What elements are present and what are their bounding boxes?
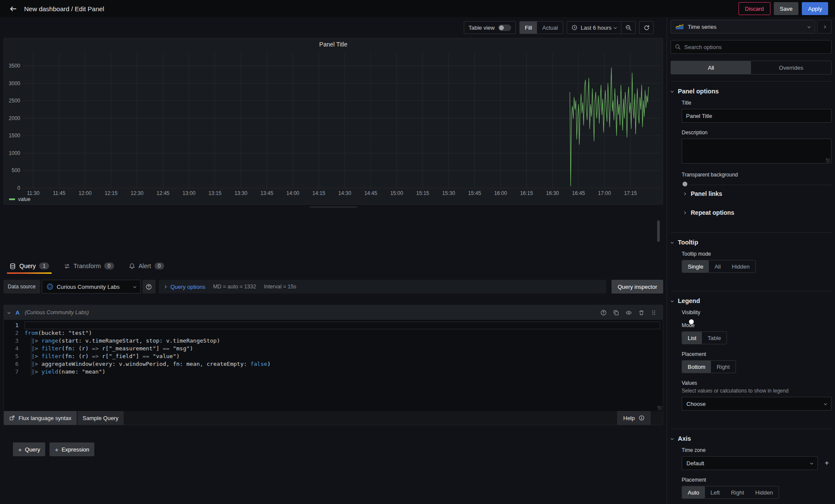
options-search-input[interactable] [684,44,827,50]
time-range-button[interactable]: Last 6 hours [567,22,621,34]
panel-options-header[interactable]: Panel options [670,87,832,96]
chevron-down-icon [614,26,617,29]
code-line-7[interactable]: 7 |> yield(name: "mean") [4,368,663,376]
main-scrollbar[interactable] [657,220,660,242]
options-filter-tabs-option-overrides[interactable]: Overrides [751,61,831,74]
tooltip-mode-group-option-single[interactable]: Single [682,260,709,272]
panel-title-input[interactable] [682,109,832,123]
svg-text:12:30: 12:30 [130,190,143,196]
code-line-5[interactable]: 5 |> filter(fn: (r) => r["_field"] == "v… [4,352,663,360]
editor-resize-handle[interactable] [658,406,662,410]
legend-placement-group-option-bottom[interactable]: Bottom [682,361,711,373]
code-line-2[interactable]: 2from(bucket: "test") [4,329,663,337]
table-view-switch[interactable] [498,25,511,31]
drag-handle-icon[interactable] [651,309,657,316]
chevron-down-icon [670,241,674,244]
legend-label: value [18,196,31,202]
tooltip-mode-group-option-all[interactable]: All [709,260,726,272]
options-search[interactable] [670,40,832,54]
discard-button[interactable]: Discard [739,2,770,15]
add-query-button[interactable]: + Query [13,442,45,456]
legend-placement-group: BottomRight [682,360,736,373]
legend-mode-label: Mode [682,322,832,328]
query-inspector-button[interactable]: Query inspector [612,280,663,294]
splitter-grip[interactable] [310,207,357,207]
query-options-toggle[interactable]: Query options [171,284,205,290]
panel-links-row[interactable]: Panel links [682,185,832,202]
refresh-button[interactable] [639,22,653,34]
legend-header[interactable]: Legend [670,297,832,305]
tab-alert[interactable]: Alert0 [126,260,167,274]
axis-header[interactable]: Axis [670,434,832,443]
save-button[interactable]: Save [774,2,799,15]
tooltip-header[interactable]: Tooltip [670,238,832,247]
query-editor-header[interactable]: A (Curious Community Labs) [4,305,663,320]
legend-mode-group-option-table[interactable]: Table [702,332,726,344]
sample-query-button[interactable]: Sample Query [78,411,124,425]
timezone-select[interactable]: Default [682,456,818,470]
svg-text:2000: 2000 [9,115,20,121]
interval-text: Interval = 15s [264,284,296,290]
svg-text:16:45: 16:45 [572,190,585,196]
query-help-button[interactable] [600,309,607,316]
apply-button[interactable]: Apply [802,2,828,15]
code-line-4[interactable]: 4 |> filter(fn: (r) => r["_measurement"]… [4,345,663,352]
datasource-help-button[interactable] [143,280,155,294]
legend-placement-label: Placement [682,351,832,357]
duplicate-query-button[interactable] [613,309,619,316]
legend-values-select[interactable]: Choose [682,397,832,411]
display-mode-group-option-fill[interactable]: Fill [520,22,537,34]
tab-query[interactable]: Query1 [7,260,52,274]
legend-placement-group-option-right[interactable]: Right [711,361,735,373]
textarea-resize-handle[interactable] [826,158,830,163]
chevron-down-icon [133,285,136,288]
hide-query-button[interactable] [625,309,632,316]
panel-links-label: Panel links [691,190,722,197]
svg-text:500: 500 [12,167,20,173]
svg-text:16:00: 16:00 [494,190,507,196]
legend-mode-group: ListTable [682,331,727,344]
legend-swatch [9,198,15,200]
svg-text:15:15: 15:15 [416,190,429,196]
timezone-value: Default [686,460,811,467]
visualization-picker[interactable]: Time series [670,20,815,34]
code-line-3[interactable]: 3 |> range(start: v.timeRangeStart, stop… [4,337,663,345]
back-button[interactable] [7,3,19,15]
axis-placement-group-option-auto[interactable]: Auto [682,486,705,498]
axis-placement-group-option-right[interactable]: Right [725,486,749,498]
flux-syntax-button[interactable]: Flux language syntax [4,411,77,425]
display-mode-group-option-actual[interactable]: Actual [537,22,563,34]
repeat-options-row[interactable]: Repeat options [682,204,832,221]
delete-query-button[interactable] [638,309,645,316]
flux-code-editor[interactable]: 12from(bucket: "test")3 |> range(start: … [4,320,663,411]
legend-mode-group-option-list[interactable]: List [682,332,702,344]
axis-placement-group-option-left[interactable]: Left [705,486,726,498]
editor-tabs: Query1Transform0Alert0 [3,260,663,274]
repeat-options-label: Repeat options [691,209,734,216]
legend-entry-value[interactable]: value [9,196,31,202]
panel-description-input[interactable] [682,139,832,164]
add-expression-button[interactable]: + Expression [50,442,94,456]
query-options-bar[interactable]: Query options MD = auto = 1332 Interval … [159,280,607,294]
svg-text:15:00: 15:00 [390,190,403,196]
time-series-panel[interactable]: Panel Title 0500100015002000250030003500… [3,38,663,205]
axis-placement-group-option-hidden[interactable]: Hidden [750,486,779,498]
collapse-query-icon[interactable] [7,311,10,314]
plus-icon: + [55,446,59,453]
query-header-actions [600,309,657,316]
add-timezone-button[interactable]: + [822,458,832,468]
tab-transform[interactable]: Transform0 [61,260,117,274]
code-line-6[interactable]: 6 |> aggregateWindow(every: v.windowPeri… [4,360,663,368]
collapse-options-pane-button[interactable] [817,20,832,34]
svg-text:14:45: 14:45 [364,190,377,196]
options-filter-tabs-option-all[interactable]: All [671,61,751,74]
zoom-out-button[interactable] [621,22,635,34]
datasource-select[interactable]: Curious Community Labs [42,280,141,294]
help-button[interactable]: Help [617,411,651,425]
svg-text:13:00: 13:00 [183,190,196,196]
svg-text:14:30: 14:30 [338,190,351,196]
code-line-1[interactable]: 1 [4,322,663,329]
svg-text:3000: 3000 [9,80,20,87]
tooltip-mode-group-option-hidden[interactable]: Hidden [726,260,755,272]
svg-text:16:30: 16:30 [546,190,559,196]
